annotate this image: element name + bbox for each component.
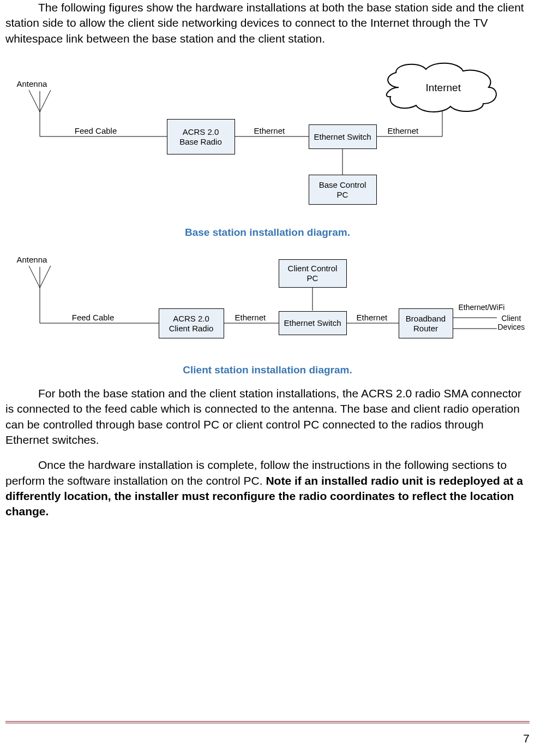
footer-rule [5,721,530,723]
svg-line-9 [29,266,40,288]
ethernet-label-2: Ethernet [388,126,419,135]
client-station-diagram: Antenna Feed Cable Ethernet Ethernet Eth… [6,249,530,359]
intro-paragraph: The following figures show the hardware … [5,0,530,46]
page-number: 7 [523,732,530,745]
antenna-label: Antenna [17,79,47,88]
paragraph-2: For both the base station and the client… [5,386,530,448]
svg-line-10 [40,266,51,288]
client-devices-label: Client Devices [498,314,525,331]
client-radio-node: ACRS 2.0 Client Radio [159,308,224,338]
base-radio-node: ACRS 2.0 Base Radio [167,119,235,154]
feed-cable-label-2: Feed Cable [66,313,121,322]
paragraph-3: Once the hardware installation is comple… [5,457,530,519]
svg-line-1 [40,90,51,112]
base-control-pc-node: Base Control PC [309,175,377,205]
diagram2-svg [6,249,530,359]
broadband-router-node: Broadband Router [399,308,453,338]
ethernet-label-1: Ethernet [254,126,285,135]
caption-1: Base station installation diagram. [5,227,530,239]
antenna-label-2: Antenna [17,255,47,264]
feed-cable-label: Feed Cable [69,126,123,135]
client-control-pc-node: Client Control PC [279,259,347,288]
svg-line-0 [29,90,40,112]
ethernet-label-4: Ethernet [357,313,388,322]
caption-2: Client station installation diagram. [5,364,530,376]
ethernet-wifi-label: Ethernet/WiFi [459,303,505,312]
ethernet-switch-node-2: Ethernet Switch [279,311,347,335]
ethernet-label-3: Ethernet [235,313,266,322]
base-station-diagram: Antenna Feed Cable Ethernet Ethernet Int… [6,57,530,221]
ethernet-switch-node: Ethernet Switch [309,124,377,149]
internet-label: Internet [426,82,461,94]
